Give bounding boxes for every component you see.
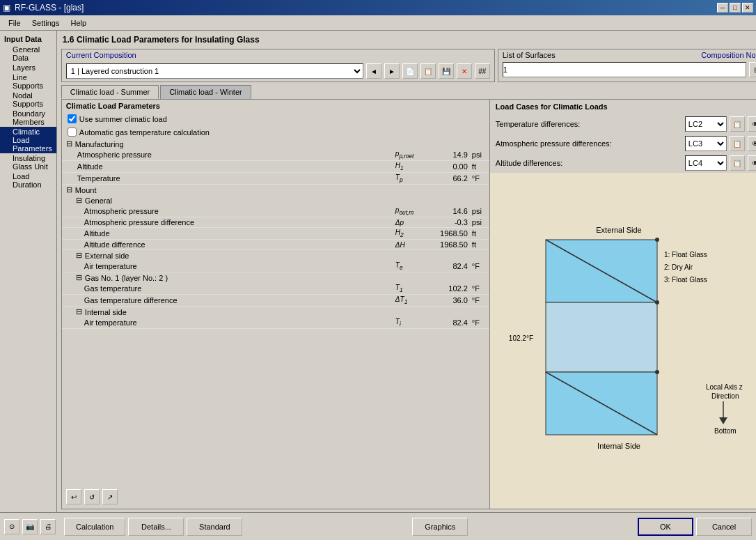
title-bar-buttons: ─ □ ✕ [717,3,753,13]
sidebar-item-boundary-members[interactable]: Boundary Members [0,109,56,127]
graphics-button[interactable]: Graphics [412,518,468,536]
internal-toggle[interactable]: ⊟ [76,307,82,316]
los-header: List of Surfaces Composition No. 1 [498,49,756,61]
save-button[interactable]: 💾 [439,63,454,79]
gas1-tempdiff-sym: ΔT1 [393,295,432,307]
undo-button[interactable]: ↩ [66,489,81,504]
gen-altdiff-val: 1968.50 [432,240,470,250]
close-button[interactable]: ✕ [742,3,753,13]
mfg-temp-val: 66.2 [432,173,470,185]
use-summer-checkbox[interactable] [68,114,77,123]
los-row: ⊞ [498,61,756,79]
app-icon: ▣ [3,3,10,13]
lc-row-1: Atmospheric pressure differences: LC3 📋 … [490,134,756,153]
diagram-svg: External Side [490,219,756,463]
lc-atm-edit[interactable]: 📋 [730,136,745,151]
auto-gas-label: Automatic gas temperature calculation [79,128,210,137]
reset-button[interactable]: ↺ [84,489,100,504]
manufacturing-table: Atmospheric pressure pp,met 14.9 psi Alt… [62,149,489,185]
current-composition-label: Current Composition [62,49,494,61]
gen-altdiff-unit: ft [470,240,489,250]
temp-label: 102.2°F [509,334,533,342]
gen-atm-label: Atmospheric pressure [62,206,393,217]
use-summer-label: Use summer climatic load [79,115,167,123]
sidebar-item-line-supports[interactable]: Line Supports [0,72,56,91]
tabs: Climatic load - Summer Climatic load - W… [61,85,756,99]
composition-select[interactable]: 1 | Layered construction 1 [66,63,363,79]
bottom-icon-1[interactable]: ⊙ [4,519,19,534]
mfg-temp-label: Temperature [62,173,393,185]
mount-label: Mount [75,186,97,194]
surfaces-input[interactable] [503,62,746,77]
next-button[interactable]: ► [384,63,400,79]
cancel-button[interactable]: Cancel [696,518,752,536]
gen-atmdiff-label: Atmospheric pressure difference [62,217,393,228]
mfg-row-1: Altitude H1 0.00 ft [62,161,489,173]
gas1-tempdiff-unit: °F [470,295,489,307]
mfg-alt-sym: H1 [393,161,432,173]
bottom-icon-2[interactable]: 📷 [22,519,38,534]
internal-label: Internal side [85,308,127,316]
mount-toggle[interactable]: ⊟ [66,185,72,194]
external-section-header: ⊟ External side [62,250,489,261]
sidebar-item-layers[interactable]: Layers [0,63,56,72]
node-top-top [655,238,659,242]
new-button[interactable]: 📄 [402,63,418,79]
auto-gas-row: Automatic gas temperature calculation [62,125,489,139]
lc-atm-select[interactable]: LC3 [685,136,727,151]
gen-alt-label: Altitude [62,228,393,240]
export-button[interactable]: ↗ [102,489,118,504]
lc-temp-edit[interactable]: 📋 [730,116,745,132]
ext-airtemp-val: 82.4 [432,261,470,272]
general-toggle[interactable]: ⊟ [76,196,82,205]
manufacturing-toggle[interactable]: ⊟ [66,139,72,148]
gen-alt-sym: H2 [393,228,432,240]
menu-file[interactable]: File [3,17,26,29]
gas1-temp-label: Gas temperature [62,283,393,295]
lc-temp-select[interactable]: LC2 [685,116,727,132]
gas1-toggle[interactable]: ⊟ [76,273,82,282]
tab-winter[interactable]: Climatic load - Winter [160,85,251,99]
general-label: General [85,196,112,205]
external-toggle[interactable]: ⊟ [76,251,82,260]
menu-settings[interactable]: Settings [26,17,65,29]
lc-alt-edit[interactable]: 📋 [730,155,745,171]
minimize-button[interactable]: ─ [717,3,728,13]
delete-button[interactable]: ✕ [457,63,472,79]
sidebar-item-nodal-supports[interactable]: Nodal Supports [0,91,56,109]
main-layout: Input Data General Data Layers Line Supp… [0,31,756,512]
bottom-icon-3[interactable]: 🖨 [40,519,56,534]
auto-gas-checkbox[interactable] [68,128,77,137]
standard-button[interactable]: Standard [187,518,242,536]
renumber-button[interactable]: ## [475,63,490,79]
calculation-button[interactable]: Calculation [64,518,125,536]
lc-atm-view[interactable]: 👁 [748,136,756,151]
left-panel: Climatic Load Parameters Use summer clim… [62,100,490,509]
mount-section-header: ⊟ Mount [62,185,489,195]
lc-alt-select[interactable]: LC4 [685,155,727,171]
gen-atm-unit: psi [470,206,489,217]
prev-button[interactable]: ◄ [366,63,381,79]
ok-button[interactable]: OK [638,518,693,536]
menu-help[interactable]: Help [65,17,92,29]
lc-header: Load Cases for Climatic Loads [490,100,756,114]
mfg-atm-label: Atmospheric pressure [62,149,393,161]
lc-temp-view[interactable]: 👁 [748,116,756,132]
sidebar-item-climatic-load-params[interactable]: Climatic Load Parameters [0,127,56,153]
sidebar-item-load-duration[interactable]: Load Duration [0,171,56,190]
mfg-alt-unit: ft [470,161,489,173]
clp-header: Climatic Load Parameters [62,100,489,112]
sidebar-item-general-data[interactable]: General Data [0,45,56,63]
axis-arrow [719,417,727,424]
sidebar: Input Data General Data Layers Line Supp… [0,31,57,512]
lc-alt-view[interactable]: 👁 [748,155,756,171]
composition-row: 1 | Layered construction 1 ◄ ► 📄 📋 💾 ✕ #… [62,61,494,82]
copy-button[interactable]: 📋 [420,63,436,79]
details-button[interactable]: Details... [128,518,184,536]
surfaces-tool-button[interactable]: ⊞ [749,62,756,77]
mfg-alt-label: Altitude [62,161,393,173]
sidebar-item-insulating-glass[interactable]: Insulating Glass Unit [0,153,56,171]
tab-summer[interactable]: Climatic load - Summer [61,85,159,99]
gas1-tempdiff-label: Gas temperature difference [62,295,393,307]
maximize-button[interactable]: □ [730,3,741,13]
